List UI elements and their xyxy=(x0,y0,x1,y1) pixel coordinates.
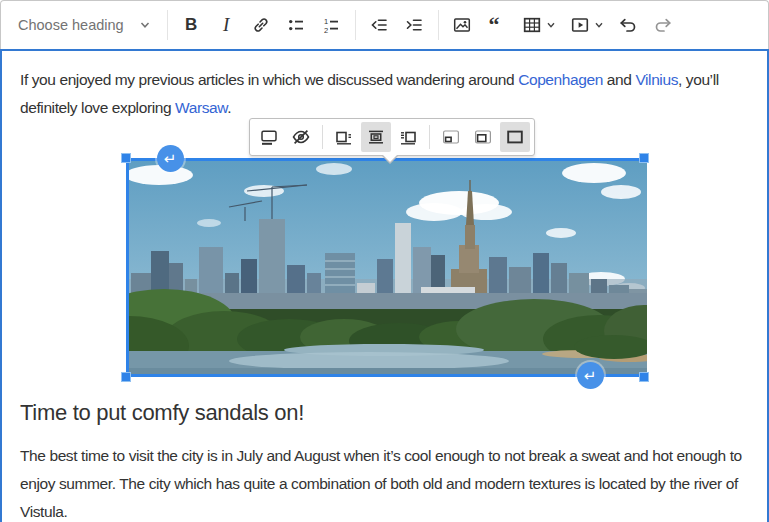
warsaw-skyline-image[interactable] xyxy=(129,161,647,374)
resize-handle-bottom-left[interactable] xyxy=(121,372,131,382)
resize-image-small-button[interactable] xyxy=(436,122,466,152)
resize-small-icon xyxy=(441,127,461,147)
resize-original-icon xyxy=(505,127,525,147)
toggle-caption-button[interactable] xyxy=(254,122,284,152)
outdent-icon xyxy=(369,15,389,35)
heading-dropdown[interactable]: Choose heading xyxy=(8,8,161,42)
resize-image-medium-button[interactable] xyxy=(468,122,498,152)
toolbar-separator xyxy=(167,10,168,40)
link-button[interactable] xyxy=(244,8,279,43)
insert-media-icon xyxy=(570,15,590,35)
link-warsaw[interactable]: Warsaw xyxy=(175,99,227,116)
resize-handle-top-left[interactable] xyxy=(121,153,131,163)
paragraph: If you enjoyed my previous articles in w… xyxy=(20,66,749,122)
insert-paragraph-before-button[interactable]: ↵ xyxy=(157,145,184,172)
redo-button[interactable] xyxy=(646,8,681,43)
italic-icon: I xyxy=(223,14,229,36)
resize-image-original-button[interactable] xyxy=(500,122,530,152)
editor-toolbar: Choose heading B I xyxy=(0,0,769,49)
resize-handle-top-right[interactable] xyxy=(639,153,649,163)
image-align-left-icon xyxy=(334,127,354,147)
bulleted-list-icon xyxy=(286,15,306,35)
resize-medium-icon xyxy=(473,127,493,147)
undo-button[interactable] xyxy=(611,8,646,43)
resize-handle-bottom-right[interactable] xyxy=(639,372,649,382)
bold-button[interactable]: B xyxy=(174,8,209,43)
text-run: and xyxy=(603,71,635,88)
image-align-right-button[interactable] xyxy=(393,122,423,152)
insert-table-icon xyxy=(522,15,542,35)
editor-editable[interactable]: If you enjoyed my previous articles in w… xyxy=(0,49,769,522)
image-align-center-icon xyxy=(366,127,386,147)
rich-text-editor: Choose heading B I xyxy=(0,0,769,522)
link-vilnius[interactable]: Vilnius xyxy=(635,71,678,88)
indent-icon xyxy=(404,15,424,35)
text-run: . xyxy=(227,99,231,116)
image-align-left-button[interactable] xyxy=(329,122,359,152)
chevron-down-icon xyxy=(139,19,151,31)
chevron-down-icon xyxy=(546,20,556,30)
block-quote-icon: “ xyxy=(487,15,507,35)
bulleted-list-button[interactable] xyxy=(279,8,314,43)
link-icon xyxy=(251,15,271,35)
insert-image-button[interactable] xyxy=(445,8,480,43)
undo-icon xyxy=(618,15,638,35)
numbered-list-icon: 1 2 xyxy=(321,15,341,35)
numbered-list-button[interactable]: 1 2 xyxy=(314,8,349,43)
balloon-separator xyxy=(322,125,323,149)
chevron-down-icon xyxy=(594,20,604,30)
indent-button[interactable] xyxy=(397,8,432,43)
insert-paragraph-after-button[interactable]: ↵ xyxy=(577,362,604,389)
svg-text:2: 2 xyxy=(324,26,328,35)
svg-text:“: “ xyxy=(489,15,500,35)
balloon-separator xyxy=(429,125,430,149)
link-copenhagen[interactable]: Copenhagen xyxy=(518,71,603,88)
redo-icon xyxy=(653,15,673,35)
insert-table-button[interactable] xyxy=(515,8,563,43)
image-align-right-icon xyxy=(398,127,418,147)
bold-icon: B xyxy=(185,15,197,35)
italic-button[interactable]: I xyxy=(209,8,244,43)
toggle-caption-icon xyxy=(259,127,279,147)
insert-media-button[interactable] xyxy=(563,8,611,43)
image-widget-selected[interactable]: ↵ ↵ xyxy=(126,158,644,377)
insert-image-icon xyxy=(452,15,472,35)
block-quote-button[interactable]: “ xyxy=(480,8,515,43)
image-balloon-toolbar xyxy=(249,118,535,156)
heading-dropdown-label: Choose heading xyxy=(18,17,124,33)
text-run: If you enjoyed my previous articles in w… xyxy=(20,71,518,88)
paragraph: The best time to visit the city is in Ju… xyxy=(20,442,749,522)
image-alternative-text-button[interactable] xyxy=(286,122,316,152)
outdent-button[interactable] xyxy=(362,8,397,43)
alternative-text-eye-icon xyxy=(291,127,311,147)
section-heading: Time to put comfy sandals on! xyxy=(20,398,749,427)
image-align-center-button[interactable] xyxy=(361,122,391,152)
toolbar-separator xyxy=(438,10,439,40)
toolbar-separator xyxy=(355,10,356,40)
